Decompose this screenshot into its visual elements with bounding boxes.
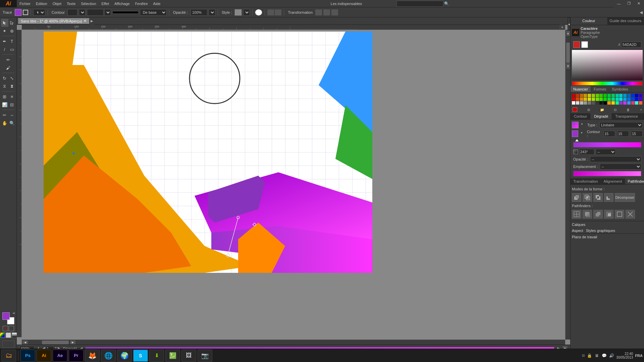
toolbar-fill-color[interactable] [15, 9, 21, 16]
swatch-item[interactable] [580, 94, 583, 97]
tool-pen[interactable]: ✒ [1, 37, 8, 45]
opacity-select[interactable]: -- [590, 156, 641, 162]
stroke-box[interactable] [9, 326, 14, 331]
swatch-item[interactable] [607, 98, 611, 101]
swatch-item[interactable] [596, 101, 599, 105]
toolbar-opacity-input[interactable] [191, 9, 207, 16]
tab-nuancier[interactable]: Nuancier [571, 86, 591, 92]
canvas-vertical-scrollbar[interactable]: ▲ ▼ [565, 30, 570, 340]
swatch-item[interactable] [615, 94, 619, 97]
styles-label[interactable]: Styles graphiques [586, 229, 615, 233]
swatch-item[interactable] [584, 98, 587, 101]
h-scroll-thumb[interactable] [42, 341, 69, 344]
tool-direct-select[interactable] [8, 19, 16, 27]
toolbar-collapse-btn[interactable]: ◀ [640, 10, 643, 15]
swatch-item[interactable] [623, 101, 627, 105]
toolbar-transform-btn3[interactable] [331, 9, 338, 15]
taskbar-skype[interactable]: S [133, 350, 148, 362]
minimize-button[interactable]: — [614, 0, 624, 7]
swatch-item[interactable] [607, 101, 611, 105]
contour-value3-input[interactable] [631, 131, 643, 137]
canvas-tab-close[interactable]: ✕ [84, 19, 87, 23]
toolbar-view-btn2[interactable] [275, 9, 281, 15]
pathfinder-outline-btn[interactable] [615, 210, 624, 219]
color-hex-input[interactable]: 54DA2D [621, 42, 641, 48]
tool-rotate[interactable]: ↻ [1, 74, 8, 82]
menu-objet[interactable]: Objet [50, 1, 64, 6]
swatch-item[interactable] [615, 98, 619, 101]
tool-chart[interactable]: 📊 [1, 101, 8, 109]
gradient-stop-triangle[interactable] [575, 139, 579, 141]
swatch-item[interactable] [588, 98, 591, 101]
scroll-left-btn[interactable]: ◀ [22, 341, 28, 344]
pathfinder-exclude-btn[interactable] [593, 193, 603, 202]
gradient-type-select[interactable]: Linéaire Radial [599, 122, 643, 128]
scroll-up-btn[interactable]: ▲ [566, 31, 570, 36]
swatch-item[interactable] [592, 98, 595, 101]
swatch-item[interactable] [619, 101, 623, 105]
tab-pathfinder[interactable]: Pathfinder [625, 178, 644, 184]
swatch-item[interactable] [639, 94, 642, 97]
scroll-right-btn[interactable]: ▶ [70, 341, 75, 344]
swatch-item[interactable] [611, 94, 615, 97]
taskbar-illustrator[interactable]: Ai [37, 350, 51, 362]
swap-colors-icon[interactable]: ⇄ [13, 312, 15, 315]
rp-icon-delete[interactable]: 🗑 [627, 108, 630, 112]
taskbar-premiere[interactable]: Pr [69, 350, 84, 362]
taskbar-aftereffects[interactable]: Ae [53, 350, 67, 362]
swatch-item[interactable] [639, 101, 642, 105]
swatch-item[interactable] [572, 94, 575, 97]
fit-btn[interactable]: ⊞ [560, 25, 565, 30]
maximize-button[interactable]: ❐ [624, 0, 634, 7]
none-fill[interactable] [3, 326, 8, 331]
tool-pencil[interactable]: ✏ [1, 56, 16, 64]
swatch-item[interactable] [635, 98, 638, 101]
swatch-item[interactable] [584, 94, 587, 97]
taskbar-ie[interactable]: 🌐 [101, 350, 116, 362]
close-button[interactable]: ✕ [634, 0, 644, 7]
gradient-angle-input[interactable] [579, 149, 594, 155]
systray-chat[interactable]: 💬 [601, 353, 607, 358]
swatch-item[interactable] [576, 98, 579, 101]
tab-symboles[interactable]: Symboles [609, 86, 631, 92]
emplacement-select[interactable]: -- [600, 164, 641, 170]
systray-volume[interactable]: 🔊 [609, 353, 614, 358]
taskbar-photoshop[interactable]: Ps [20, 350, 35, 362]
tab-formes[interactable]: Formes [591, 86, 609, 92]
stroke-style-preview[interactable] [112, 11, 139, 14]
v-scroll-thumb[interactable] [566, 43, 570, 63]
contour-dropdown-arrow[interactable]: ▼ [580, 131, 585, 136]
swatch-item[interactable] [615, 101, 619, 105]
canvas-tab-active[interactable]: Sans titre - 1* @ 400% (RVB/Aperçu) ✕ [18, 18, 90, 24]
aspect-label[interactable]: Aspect [572, 229, 583, 233]
swatch-item[interactable] [576, 94, 579, 97]
tool-rect[interactable]: ▭ [8, 45, 16, 53]
menu-affichage[interactable]: Affichage [112, 1, 132, 6]
tool-move[interactable]: ↔ [8, 111, 16, 119]
menu-edition[interactable]: Edition [33, 1, 50, 6]
toolbar-style2-dropdown[interactable]: ▼ [243, 9, 250, 16]
swatch-item[interactable] [580, 98, 583, 101]
rp-icon-folder[interactable]: 📁 [600, 108, 604, 112]
swatch-item[interactable] [572, 98, 575, 101]
contour-value2-input[interactable] [617, 131, 629, 137]
swatch-item[interactable] [623, 98, 627, 101]
pathfinder-xor-btn[interactable] [626, 210, 635, 219]
tool-zoom[interactable]: 🔍 [8, 119, 16, 127]
toolbar-stroke-width-input[interactable] [87, 9, 104, 16]
systray-lock[interactable]: 🔒 [587, 353, 592, 358]
taskbar-earth[interactable]: 🌍 [117, 350, 132, 362]
tool-brush[interactable]: 🖌 [1, 64, 16, 72]
tool-scale[interactable]: ⤡ [8, 74, 16, 82]
canvas-horizontal-scrollbar[interactable]: ◀ ▶ [22, 340, 565, 345]
taskbar-show-desktop[interactable]: ⊟ [582, 354, 585, 357]
contour-value1-input[interactable] [603, 131, 615, 137]
swatch-item[interactable] [607, 94, 611, 97]
swatch-item[interactable] [592, 94, 595, 97]
tool-magic-wand[interactable]: ✦ [1, 27, 8, 35]
color-stroke-swatch[interactable] [573, 41, 580, 48]
plans-label[interactable]: Plans de travail [572, 235, 597, 239]
tab-transformation[interactable]: Transformation [571, 178, 601, 184]
taskbar-camera[interactable]: 📷 [198, 350, 212, 362]
taskbar-firefox[interactable]: 🦊 [85, 350, 100, 362]
